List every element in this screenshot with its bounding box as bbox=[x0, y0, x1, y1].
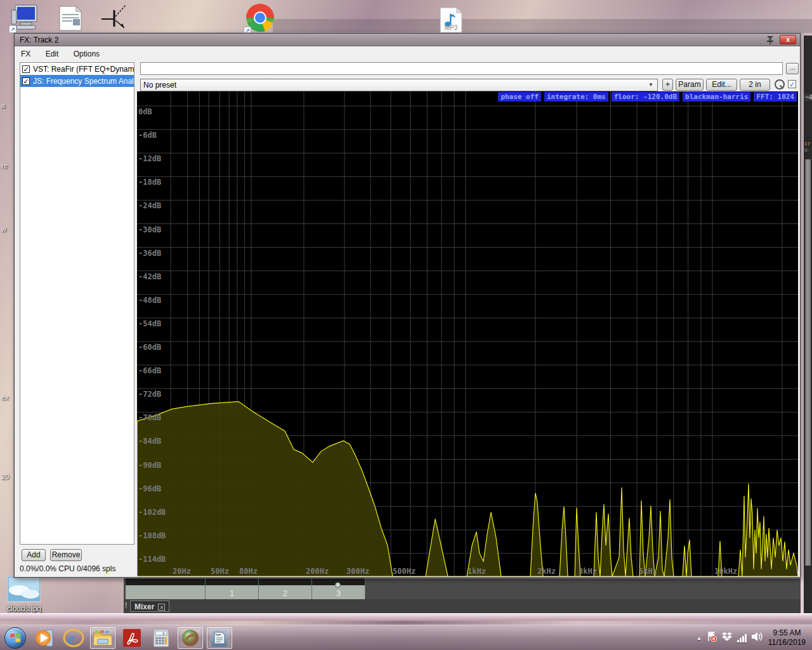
clouds-jpg-label[interactable]: clouds.jpg bbox=[0, 604, 53, 613]
remove-fx-button[interactable]: Remove bbox=[50, 549, 82, 561]
dropbox-icon[interactable] bbox=[722, 632, 732, 644]
add-fx-button[interactable]: Add bbox=[22, 549, 46, 561]
mixer-tab[interactable]: Mixerx bbox=[130, 600, 169, 612]
svg-text:-30dB: -30dB bbox=[138, 225, 161, 234]
edge-fragment: a bbox=[1, 102, 5, 109]
adobe-reader-icon[interactable] bbox=[119, 627, 145, 649]
save-preset-button[interactable]: + bbox=[662, 79, 673, 91]
svg-text:5kHz: 5kHz bbox=[639, 567, 657, 576]
reaper-mixer-dock: 1 2 3 ! Mixerx bbox=[124, 574, 801, 613]
io-routing-button[interactable]: 2 in bbox=[740, 79, 770, 91]
fader-track[interactable] bbox=[805, 159, 811, 566]
volume-icon[interactable] bbox=[752, 632, 763, 644]
analyzer-setting-chip[interactable]: FFT: 1024 bbox=[754, 92, 797, 102]
svg-text:-54dB: -54dB bbox=[138, 319, 161, 328]
reaper-taskbar-button[interactable] bbox=[178, 627, 203, 649]
fx-comment-input[interactable] bbox=[140, 62, 783, 75]
fx-enabled-checkbox[interactable]: ✓ bbox=[22, 77, 30, 85]
svg-text:-90dB: -90dB bbox=[138, 461, 161, 470]
docker-tab-row: ! Mixerx bbox=[124, 599, 801, 613]
menu-fx[interactable]: FX bbox=[15, 47, 37, 58]
analyzer-setting-chip[interactable]: integrate: 0ms bbox=[544, 92, 608, 102]
fx-item-label: VST: ReaFir (FFT EQ+Dynami... bbox=[33, 65, 134, 74]
chevron-down-icon: ▼ bbox=[646, 81, 656, 90]
svg-text:200Hz: 200Hz bbox=[306, 567, 329, 576]
more-options-button[interactable]: ... bbox=[786, 63, 799, 74]
fx-list-item-spectrum-analyzer[interactable]: ✓ JS: Frequency Spectrum Anal... bbox=[20, 75, 134, 87]
svg-text:300Hz: 300Hz bbox=[346, 567, 369, 576]
edge-fragment: ex bbox=[1, 394, 9, 401]
svg-text:-36dB: -36dB bbox=[138, 249, 161, 258]
param-button[interactable]: Param bbox=[676, 79, 704, 91]
svg-text:10kHz: 10kHz bbox=[714, 567, 737, 576]
spectrum-chart: 0dB-6dB-12dB-18dB-24dB-30dB-36dB-42dB-48… bbox=[137, 91, 798, 576]
preset-dropdown[interactable]: No preset ▼ bbox=[140, 79, 658, 91]
docker-alert: ! bbox=[125, 601, 127, 610]
show-hidden-icons-button[interactable]: ▲ bbox=[697, 635, 702, 641]
fx-enabled-checkbox[interactable]: ✓ bbox=[22, 65, 30, 73]
svg-text:2kHz: 2kHz bbox=[537, 567, 556, 576]
fx-window-titlebar[interactable]: FX: Track 2 x bbox=[15, 34, 800, 46]
start-button[interactable] bbox=[3, 627, 28, 649]
close-button[interactable]: x bbox=[780, 35, 796, 44]
clock[interactable]: 9:55 AM 11/16/2019 bbox=[768, 628, 809, 647]
ui-checkbox[interactable]: ✓ bbox=[788, 80, 796, 88]
svg-text:500Hz: 500Hz bbox=[393, 567, 416, 576]
svg-text:-84dB: -84dB bbox=[138, 437, 161, 446]
system-tray: ▲ 9:55 AM 11/16/2019 bbox=[697, 625, 809, 650]
internet-explorer-icon[interactable]: e bbox=[61, 627, 86, 649]
fx-list: ✓ VST: ReaFir (FFT EQ+Dynami... ✓ JS: Fr… bbox=[20, 62, 134, 545]
svg-text:-66dB: -66dB bbox=[138, 366, 161, 375]
menu-options[interactable]: Options bbox=[67, 47, 106, 58]
svg-text:e: e bbox=[67, 629, 75, 647]
taskbar: e 0 ▲ bbox=[0, 625, 812, 650]
action-center-icon[interactable] bbox=[707, 632, 717, 644]
svg-text:-108dB: -108dB bbox=[138, 531, 166, 540]
clouds-jpg-icon[interactable] bbox=[8, 576, 41, 603]
calculator-icon[interactable]: 0 bbox=[148, 627, 174, 649]
mixer-strip[interactable]: 3 bbox=[312, 574, 365, 599]
wet-dry-knob[interactable] bbox=[775, 79, 785, 90]
fx-item-label: JS: Frequency Spectrum Anal... bbox=[33, 77, 134, 86]
edit-button[interactable]: Edit... bbox=[706, 79, 737, 91]
analyzer-setting-chip[interactable]: floor: -120.0dB bbox=[612, 92, 679, 102]
circuit-tool-icon[interactable] bbox=[100, 1, 132, 32]
svg-text:-6dB: -6dB bbox=[138, 131, 157, 140]
mixer-strip[interactable]: 1 bbox=[206, 574, 259, 599]
cpu-status-text: 0.0%/0.0% CPU 0/4096 spls bbox=[20, 564, 115, 573]
fx-chain-window: FX: Track 2 x FX Edit Options ✓ VST: Rea… bbox=[14, 33, 801, 578]
document-icon[interactable] bbox=[56, 5, 86, 32]
svg-text:-72dB: -72dB bbox=[138, 390, 161, 399]
pin-icon[interactable] bbox=[766, 36, 775, 44]
openoffice-taskbar-button[interactable] bbox=[207, 627, 232, 649]
meter-fragment: 0: bbox=[804, 147, 809, 153]
tray-date: 11/16/2019 bbox=[768, 638, 806, 647]
analyzer-setting-chip[interactable]: blackman-harris bbox=[683, 92, 750, 102]
shortcut-arrow-icon: ↗ bbox=[9, 25, 16, 33]
explorer-taskbar-button[interactable] bbox=[90, 627, 115, 649]
mp3-label: MP3 bbox=[422, 24, 480, 31]
menubar: FX Edit Options bbox=[15, 47, 800, 61]
mixer-strips: 1 2 3 bbox=[126, 574, 365, 599]
mp3-file-icon[interactable]: MP3 bbox=[438, 8, 464, 33]
chrome-icon[interactable]: ↗ bbox=[245, 3, 277, 33]
menu-edit[interactable]: Edit bbox=[39, 47, 65, 58]
analyzer-settings-row: phase offintegrate: 0msfloor: -120.0dBbl… bbox=[498, 92, 797, 102]
reaper-window-bottom-edge bbox=[0, 613, 812, 621]
windows-logo-icon bbox=[4, 627, 26, 649]
pan-knob[interactable] bbox=[335, 582, 341, 588]
fx-list-item-reafir[interactable]: ✓ VST: ReaFir (FFT EQ+Dynami... bbox=[20, 63, 134, 75]
mixer-strip[interactable] bbox=[126, 574, 206, 599]
mixer-strip-number: 1 bbox=[206, 588, 258, 598]
spectrum-analyzer-display[interactable]: 0dB-6dB-12dB-18dB-24dB-30dB-36dB-42dB-48… bbox=[137, 91, 798, 576]
network-signal-icon[interactable] bbox=[737, 634, 747, 642]
tab-close-icon[interactable]: x bbox=[158, 604, 165, 611]
wmp-icon[interactable] bbox=[32, 627, 57, 649]
computer-icon[interactable]: ↗ bbox=[10, 4, 41, 32]
edge-fragment: re bbox=[1, 162, 8, 169]
mixer-strip[interactable]: 2 bbox=[259, 574, 312, 599]
analyzer-setting-chip[interactable]: phase off bbox=[498, 92, 541, 102]
preset-value: No preset bbox=[143, 81, 176, 90]
svg-text:1kHz: 1kHz bbox=[468, 567, 486, 576]
volume-readout: ~4 bbox=[804, 94, 812, 101]
